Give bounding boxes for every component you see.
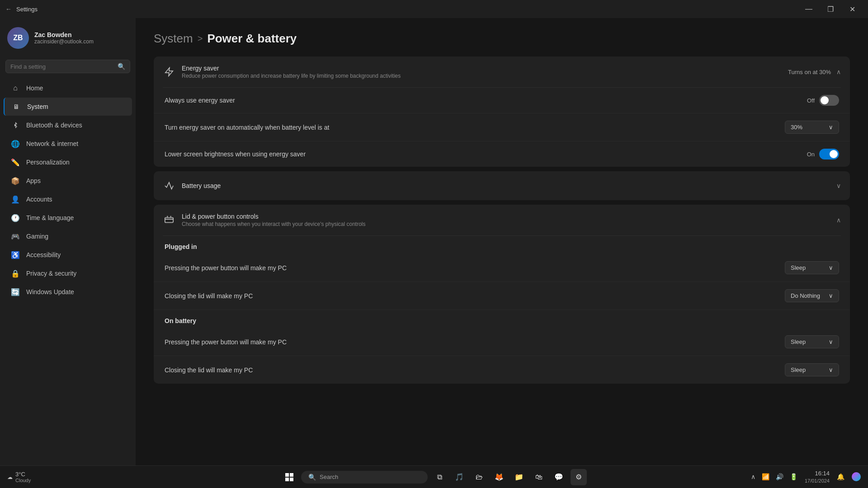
always-use-toggle[interactable]: [819, 95, 839, 106]
svg-rect-4: [285, 473, 289, 477]
personalization-icon: ✏️: [11, 158, 20, 167]
energy-saver-header[interactable]: Energy saver Reduce power consumption an…: [154, 56, 850, 87]
privacy-icon: 🔒: [11, 269, 20, 278]
sidebar-item-network[interactable]: 🌐 Network & internet: [4, 135, 132, 153]
on-battery-label: On battery: [154, 310, 850, 328]
sidebar-item-home-label: Home: [26, 84, 43, 92]
title-bar-controls: — ❐ ✕: [798, 2, 863, 16]
search-box[interactable]: 🔍: [5, 60, 130, 73]
sidebar-item-home[interactable]: ⌂ Home: [4, 79, 132, 97]
sidebar-item-accessibility[interactable]: ♿ Accessibility: [4, 246, 132, 264]
taskbar-icon-folder[interactable]: 📁: [511, 469, 527, 485]
user-section[interactable]: ZB Zac Bowden zacinsider@outlook.com: [0, 18, 136, 56]
weather-condition: Cloudy: [15, 478, 31, 483]
sidebar-item-gaming-label: Gaming: [26, 233, 48, 240]
lid-power-title-group: Lid & power button controls Choose what …: [182, 213, 366, 227]
sidebar-item-update[interactable]: 🔄 Windows Update: [4, 283, 132, 301]
battery-usage-header[interactable]: Battery usage ∨: [154, 171, 850, 200]
sidebar-item-time[interactable]: 🕐 Time & language: [4, 209, 132, 227]
energy-saver-subtitle: Reduce power consumption and increase ba…: [182, 73, 401, 79]
plugged-lid-row: Closing the lid will make my PC Do Nothi…: [154, 282, 850, 310]
battery-usage-header-left: Battery usage: [163, 179, 221, 192]
sidebar-item-system[interactable]: 🖥 System: [4, 98, 132, 116]
lower-brightness-row: Lower screen brightness when using energ…: [154, 141, 850, 167]
sidebar: ZB Zac Bowden zacinsider@outlook.com 🔍 ⌂…: [0, 18, 136, 465]
svg-rect-6: [285, 478, 289, 481]
energy-saver-header-value: Turns on at 30%: [788, 69, 831, 75]
wifi-icon[interactable]: 📶: [760, 471, 771, 482]
speaker-icon[interactable]: 🔊: [774, 471, 785, 482]
avatar: ZB: [7, 27, 29, 49]
battery-usage-card: Battery usage ∨: [154, 171, 850, 200]
battery-power-dropdown[interactable]: Sleep ∨: [785, 335, 839, 348]
minimize-button[interactable]: —: [798, 2, 819, 16]
search-input[interactable]: [10, 63, 118, 70]
taskbar-icon-browser[interactable]: 🦊: [491, 469, 507, 485]
sidebar-item-accounts[interactable]: 👤 Accounts: [4, 190, 132, 208]
maximize-button[interactable]: ❐: [820, 2, 841, 16]
battery-usage-icon: [163, 179, 175, 192]
notification-icon[interactable]: 🔔: [835, 471, 846, 482]
taskbar-icon-store[interactable]: 🛍: [531, 469, 547, 485]
breadcrumb-parent[interactable]: System: [154, 32, 193, 46]
system-icon: 🖥: [12, 102, 21, 111]
plugged-power-dropdown[interactable]: Sleep ∨: [785, 261, 839, 274]
sidebar-item-privacy-label: Privacy & security: [26, 270, 76, 277]
taskbar-icon-media[interactable]: 🎵: [451, 469, 467, 485]
battery-lid-label: Closing the lid will make my PC: [165, 366, 253, 374]
user-info: Zac Bowden zacinsider@outlook.com: [34, 31, 94, 45]
auto-turn-on-row: Turn energy saver on automatically when …: [154, 113, 850, 141]
breadcrumb-separator: >: [198, 33, 203, 44]
sidebar-item-bluetooth[interactable]: Bluetooth & devices: [4, 116, 132, 134]
battery-lid-dropdown[interactable]: Sleep ∨: [785, 363, 839, 376]
accessibility-icon: ♿: [11, 250, 20, 259]
weather-widget: ☁ 3°C Cloudy: [7, 471, 31, 483]
folder-icon: 📁: [514, 473, 524, 481]
taskbar-icon-settings[interactable]: ⚙: [571, 469, 587, 485]
color-swatch-icon[interactable]: [852, 472, 861, 481]
sidebar-item-gaming[interactable]: 🎮 Gaming: [4, 227, 132, 245]
lid-power-header[interactable]: Lid & power button controls Choose what …: [154, 205, 850, 235]
weather-temp: 3°C: [15, 471, 31, 478]
plugged-lid-dropdown[interactable]: Do Nothing ∨: [785, 289, 839, 302]
sidebar-item-accounts-label: Accounts: [26, 196, 52, 203]
sidebar-item-apps[interactable]: 📦 Apps: [4, 172, 132, 190]
energy-saver-chevron: ∧: [836, 68, 841, 75]
plugged-power-label: Pressing the power button will make my P…: [165, 264, 287, 272]
battery-power-chevron: ∨: [829, 338, 833, 345]
energy-saver-title: Energy saver: [182, 65, 401, 72]
user-name: Zac Bowden: [34, 31, 94, 38]
auto-turn-on-label: Turn energy saver on automatically when …: [165, 124, 329, 131]
settings-icon: ⚙: [576, 473, 582, 481]
energy-saver-header-left: Energy saver Reduce power consumption an…: [163, 65, 401, 79]
taskbar-icon-file[interactable]: 🗁: [471, 469, 487, 485]
task-view-button[interactable]: ⧉: [431, 469, 448, 485]
breadcrumb: System > Power & battery: [154, 32, 850, 46]
taskbar-right: ∧ 📶 🔊 🔋 16:14 17/01/2024 🔔: [749, 469, 861, 485]
back-icon[interactable]: ←: [5, 5, 12, 13]
sidebar-item-privacy[interactable]: 🔒 Privacy & security: [4, 264, 132, 282]
title-bar: ← Settings — ❐ ✕: [0, 0, 868, 18]
always-use-energy-saver-row: Always use energy saver Off: [154, 88, 850, 113]
nav-list: ⌂ Home 🖥 System Bluetooth & devices 🌐: [0, 79, 136, 301]
close-button[interactable]: ✕: [842, 2, 863, 16]
plugged-power-row: Pressing the power button will make my P…: [154, 254, 850, 282]
home-icon: ⌂: [11, 84, 20, 93]
taskbar-search-bar[interactable]: 🔍 Search: [301, 471, 428, 483]
time-display[interactable]: 16:14 17/01/2024: [805, 469, 830, 485]
time-icon: 🕐: [11, 213, 20, 222]
battery-usage-title-group: Battery usage: [182, 182, 221, 189]
taskbar-icon-chat[interactable]: 💬: [551, 469, 567, 485]
start-button[interactable]: [281, 469, 297, 485]
sidebar-item-personalization[interactable]: ✏️ Personalization: [4, 153, 132, 171]
brightness-toggle[interactable]: [819, 149, 839, 160]
time-text: 16:14: [805, 469, 830, 478]
plugged-power-value: Sleep: [791, 264, 806, 271]
sidebar-item-time-label: Time & language: [26, 214, 74, 221]
tray-chevron[interactable]: ∧: [749, 471, 757, 482]
auto-turn-on-value: 30%: [791, 124, 802, 131]
auto-turn-on-dropdown[interactable]: 30% ∨: [785, 121, 839, 134]
sidebar-item-system-label: System: [27, 103, 48, 110]
battery-usage-header-right: ∨: [836, 182, 841, 189]
battery-icon[interactable]: 🔋: [788, 471, 799, 482]
